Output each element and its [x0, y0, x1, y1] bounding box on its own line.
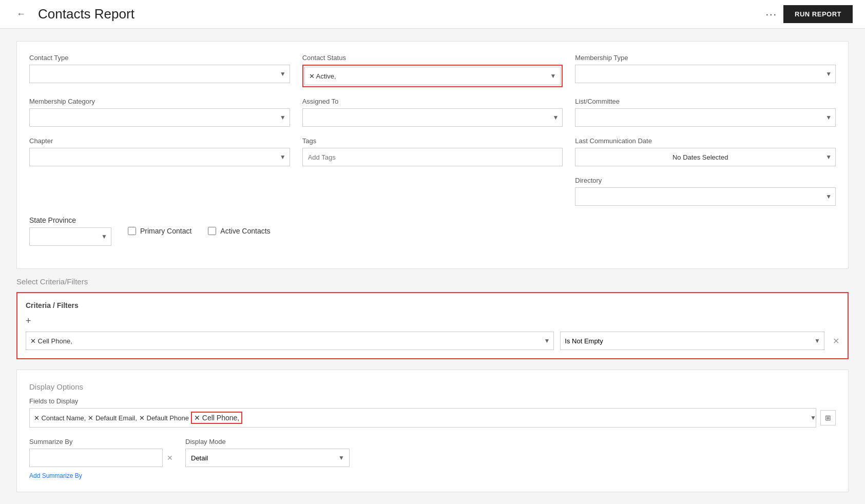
membership-category-label: Membership Category [29, 98, 290, 105]
state-province-group: State Province ▼ [29, 216, 111, 246]
criteria-field-wrapper: ✕ Cell Phone, ▼ [26, 332, 554, 350]
membership-category-select[interactable] [29, 108, 290, 127]
contact-status-value: ✕ Active, [309, 72, 336, 80]
directory-select-wrapper: ▼ [575, 187, 836, 206]
membership-type-select[interactable] [575, 65, 836, 83]
contact-status-arrow-icon: ▼ [550, 72, 556, 80]
field-tag-default-phone-text: ✕ Default Phone [139, 414, 189, 422]
contact-type-group: Contact Type ▼ [29, 54, 290, 87]
chapter-group: Chapter ▼ [29, 137, 290, 166]
directory-select[interactable] [575, 187, 836, 206]
criteria-title: Criteria / Filters [26, 301, 839, 309]
chapter-select-wrapper: ▼ [29, 148, 290, 166]
criteria-section: Select Criteria/Filters Criteria / Filte… [16, 277, 849, 359]
last-communication-select[interactable]: No Dates Selected [575, 148, 836, 166]
add-summarize-by-link[interactable]: Add Summarize By [29, 472, 173, 479]
contact-type-select-wrapper: ▼ [29, 65, 290, 83]
primary-contact-label: Primary Contact [140, 227, 191, 235]
criteria-field-select[interactable]: ✕ Cell Phone, [26, 332, 554, 350]
membership-type-label: Membership Type [575, 54, 836, 62]
tags-input[interactable] [302, 148, 563, 166]
assigned-to-select-wrapper: ▼ [302, 108, 563, 127]
contact-status-select[interactable]: ✕ Active, ▼ [304, 67, 561, 85]
primary-contact-group: Primary Contact [128, 227, 191, 235]
field-tag-default-email-text: ✕ Default Email, [88, 414, 137, 422]
primary-contact-checkbox[interactable] [128, 227, 136, 235]
back-button[interactable]: ← [12, 7, 30, 22]
filter-row-5: State Province ▼ Primary Contact Active … [29, 216, 836, 246]
display-section-label: Display Options [29, 382, 836, 391]
directory-spacer-2 [302, 177, 563, 206]
list-committee-select[interactable] [575, 108, 836, 127]
criteria-condition-select[interactable]: Is Not Empty [560, 332, 824, 350]
summarize-by-group: Summarize By ✕ Add Summarize By [29, 438, 173, 479]
assigned-to-label: Assigned To [302, 98, 563, 105]
criteria-section-label: Select Criteria/Filters [16, 277, 849, 286]
display-mode-group: Display Mode Detail ▼ [185, 438, 350, 467]
chapter-label: Chapter [29, 137, 290, 145]
last-communication-label: Last Communication Date [575, 137, 836, 145]
filter-row-1: Contact Type ▼ Contact Status ✕ Active, … [29, 54, 836, 87]
active-contacts-label: Active Contacts [220, 227, 270, 235]
assigned-to-group: Assigned To ▼ [302, 98, 563, 127]
display-mode-select-wrapper: Detail ▼ [185, 449, 350, 467]
header-right: ··· RUN REPORT [765, 5, 853, 23]
run-report-button[interactable]: RUN REPORT [783, 5, 853, 23]
criteria-condition-wrapper: Is Not Empty ▼ [560, 332, 824, 350]
criteria-add-button[interactable]: + [26, 316, 31, 326]
contact-status-label: Contact Status [302, 54, 563, 62]
display-section: Display Options Fields to Display ✕ Cont… [16, 370, 849, 492]
last-communication-select-wrapper: No Dates Selected ▼ [575, 148, 836, 166]
state-province-select-wrapper: ▼ [29, 227, 111, 246]
page-title: Contacts Report [38, 6, 134, 22]
field-tag-cell-phone-highlighted: ✕ Cell Phone, [191, 412, 242, 424]
state-province-select[interactable] [29, 227, 111, 246]
display-mode-label: Display Mode [185, 438, 350, 445]
directory-spacer-1 [29, 177, 290, 206]
summarize-clear-button[interactable]: ✕ [167, 454, 173, 462]
filter-row-2: Membership Category ▼ Assigned To ▼ [29, 98, 836, 127]
contact-status-highlighted-wrapper: ✕ Active, ▼ [302, 65, 563, 87]
summarize-by-input[interactable] [29, 449, 163, 467]
active-contacts-group: Active Contacts [208, 227, 270, 235]
list-committee-group: List/Committee ▼ [575, 98, 836, 127]
contact-type-select[interactable] [29, 65, 290, 83]
criteria-box: Criteria / Filters + ✕ Cell Phone, ▼ Is … [16, 292, 849, 359]
chapter-select[interactable] [29, 148, 290, 166]
fields-grid-button[interactable]: ⊞ [820, 410, 836, 425]
state-province-label: State Province [29, 216, 111, 224]
fields-display-label: Fields to Display [29, 397, 836, 405]
tags-group: Tags [302, 137, 563, 166]
more-options-button[interactable]: ··· [765, 8, 777, 20]
list-committee-select-wrapper: ▼ [575, 108, 836, 127]
filter-row-4: Directory ▼ [29, 177, 836, 206]
active-contacts-checkbox[interactable] [208, 227, 216, 235]
criteria-remove-button[interactable]: ✕ [833, 336, 839, 346]
field-tag-default-email: ✕ Default Email, [88, 414, 137, 422]
main-content: Contact Type ▼ Contact Status ✕ Active, … [0, 29, 865, 504]
fields-display-input[interactable]: ✕ Contact Name, ✕ Default Email, ✕ Defau… [29, 408, 816, 428]
tags-label: Tags [302, 137, 563, 145]
field-tag-default-phone: ✕ Default Phone [139, 414, 189, 422]
header: ← Contacts Report ··· RUN REPORT [0, 0, 865, 29]
assigned-to-select[interactable] [302, 108, 563, 127]
summarize-input-wrapper: ✕ [29, 449, 173, 467]
summarize-by-label: Summarize By [29, 438, 173, 445]
header-left: ← Contacts Report [12, 6, 134, 22]
last-communication-group: Last Communication Date No Dates Selecte… [575, 137, 836, 166]
field-tag-contact-name: ✕ Contact Name, [34, 414, 86, 422]
field-tag-contact-name-text: ✕ Contact Name, [34, 414, 86, 422]
membership-type-group: Membership Type ▼ [575, 54, 836, 87]
membership-type-select-wrapper: ▼ [575, 65, 836, 83]
summarize-row: Summarize By ✕ Add Summarize By Display … [29, 438, 836, 479]
fields-display-group: Fields to Display ✕ Contact Name, ✕ Defa… [29, 397, 836, 428]
display-mode-select[interactable]: Detail [185, 449, 350, 467]
filter-section: Contact Type ▼ Contact Status ✕ Active, … [16, 41, 849, 269]
contact-status-group: Contact Status ✕ Active, ▼ [302, 54, 563, 87]
criteria-field-value: ✕ Cell Phone, [30, 337, 72, 345]
field-tag-cell-phone-text: ✕ Cell Phone, [194, 414, 239, 422]
membership-category-select-wrapper: ▼ [29, 108, 290, 127]
fields-display-wrapper: ✕ Contact Name, ✕ Default Email, ✕ Defau… [29, 408, 836, 428]
criteria-row: ✕ Cell Phone, ▼ Is Not Empty ▼ ✕ [26, 332, 839, 350]
directory-group: Directory ▼ [575, 177, 836, 206]
